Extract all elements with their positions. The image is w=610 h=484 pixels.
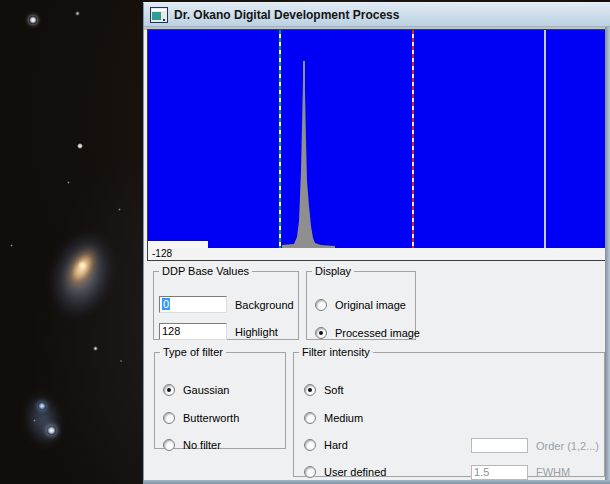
radio-label: Gaussian [183,384,229,396]
star [47,426,56,435]
histogram-axis-label: -128 [148,248,605,260]
fwhm-input[interactable]: 1.5 [471,465,528,480]
star [38,402,46,410]
order-input[interactable] [471,438,528,453]
screenshot-stage: Dr. Okano Digital Development Process -1… [0,0,610,484]
star [33,419,36,422]
highlight-input-value: 128 [162,325,180,337]
histogram-curve [148,30,605,248]
radio-circle[interactable] [304,439,316,451]
star [120,360,122,362]
order-field-label: Order (1,2...) [536,440,599,452]
star [93,346,98,351]
highlight-input[interactable]: 128 [159,323,227,340]
window-frame-right [605,27,610,484]
radio-label: Medium [324,412,363,424]
ddp-dialog-window: Dr. Okano Digital Development Process -1… [143,2,610,484]
radio-circle[interactable] [304,412,316,424]
radio-hard[interactable]: Hard [304,439,348,451]
star [10,244,13,247]
radio-label: Original image [335,299,406,311]
radio-circle[interactable] [163,412,175,424]
group-title: DDP Base Values [159,265,252,277]
star [77,143,83,149]
radio-soft[interactable]: Soft [304,384,344,396]
radio-circle[interactable] [163,384,175,396]
radio-processed-image[interactable]: Processed image [315,327,420,339]
fwhm-field-label: FWHM [536,466,570,478]
radio-gaussian[interactable]: Gaussian [163,384,229,396]
window-title: Dr. Okano Digital Development Process [174,8,399,22]
fwhm-input-value: 1.5 [474,466,489,478]
group-type-of-filter: Type of filter Gaussian Butterworth No f… [154,346,286,449]
radio-butterworth[interactable]: Butterworth [163,412,239,424]
group-display: Display Original image Processed image [306,265,416,340]
histogram-bars [282,61,335,248]
group-filter-intensity: Filter intensity Soft Medium Hard User d… [293,346,605,477]
blue-nebula [19,389,68,452]
radio-label: Soft [324,384,344,396]
radio-circle[interactable] [315,327,327,339]
background-input[interactable]: 0 [159,296,227,313]
star [67,181,70,184]
radio-no-filter[interactable]: No filter [163,439,221,451]
highlight-field-label: Highlight [235,326,278,338]
radio-label: No filter [183,439,221,451]
star [75,11,80,16]
radio-original-image[interactable]: Original image [315,299,406,311]
radio-label: Butterworth [183,412,239,424]
radio-circle[interactable] [315,299,327,311]
star [118,208,121,211]
window-icon [150,7,168,23]
group-title: Display [312,265,354,277]
group-title: Filter intensity [299,346,373,358]
radio-label: User defined [324,466,386,478]
galaxy-nucleus [78,261,87,270]
window-frame-bottom [144,480,610,484]
radio-medium[interactable]: Medium [304,412,363,424]
radio-circle[interactable] [304,384,316,396]
group-title: Type of filter [160,346,226,358]
radio-circle[interactable] [304,466,316,478]
radio-label: Hard [324,439,348,451]
background-field-label: Background [235,299,294,311]
histogram-plot-area[interactable] [148,30,605,248]
radio-label: Processed image [335,327,420,339]
title-bar[interactable]: Dr. Okano Digital Development Process [144,3,610,27]
background-input-value: 0 [162,298,170,310]
radio-user-defined[interactable]: User defined [304,466,386,478]
histogram-panel: -128 [147,29,606,261]
radio-circle[interactable] [163,439,175,451]
star [29,16,37,24]
group-ddp-base-values: DDP Base Values 0 Background 128 Highlig… [153,265,299,340]
